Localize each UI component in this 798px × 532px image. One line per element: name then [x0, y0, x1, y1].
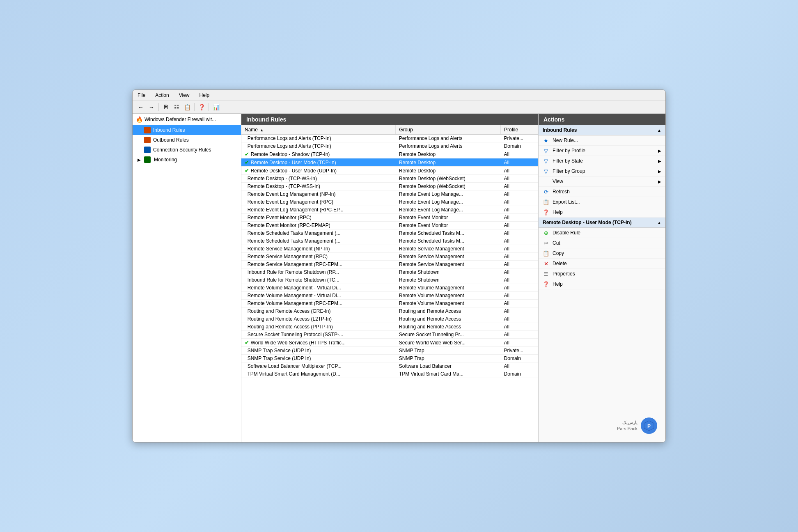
action-item-delete[interactable]: ✕Delete [539, 259, 665, 269]
actions-inbound-section-header[interactable]: Inbound Rules ▲ [539, 125, 665, 135]
help2-icon: ❓ [543, 281, 549, 287]
cell-group: Secure World Wide Web Ser... [396, 339, 501, 347]
table-row[interactable]: Remote Service Management (NP-In)Remote … [241, 245, 538, 253]
action-item-disable-rule[interactable]: ⊕Disable Rule [539, 228, 665, 238]
toolbar-list[interactable]: ☷ [172, 102, 181, 112]
rules-table-container[interactable]: Name ▲ Group Profile Performan [241, 125, 538, 442]
toolbar-help[interactable]: ❓ [197, 102, 206, 112]
col-name[interactable]: Name ▲ [241, 125, 396, 135]
cell-group: Remote Volume Management [396, 292, 501, 300]
monitoring-icon [144, 156, 151, 163]
menu-action[interactable]: Action [154, 92, 170, 99]
action-item-view[interactable]: View▶ [539, 177, 665, 187]
table-row[interactable]: Remote Event Log Management (NP-In)Remot… [241, 190, 538, 198]
cell-name: Routing and Remote Access (L2TP-In) [241, 315, 396, 323]
menu-file[interactable]: File [136, 92, 147, 99]
svg-text:P: P [647, 423, 651, 429]
toolbar-clipboard[interactable]: 📋 [182, 102, 192, 112]
cell-group: Remote Event Log Manage... [396, 190, 501, 198]
action-item-export-list[interactable]: 📋Export List... [539, 197, 665, 207]
action-item-copy[interactable]: 📋Copy [539, 248, 665, 259]
action-item-help2[interactable]: ❓Help [539, 279, 665, 289]
cell-name: Remote Event Log Management (RPC-EP... [241, 206, 396, 214]
action-item-help[interactable]: ❓Help [539, 207, 665, 218]
table-row[interactable]: Performance Logs and Alerts (TCP-In)Perf… [241, 142, 538, 150]
cell-profile: All [501, 206, 538, 214]
cell-profile: Private... [501, 135, 538, 142]
action-item-filter-by-group[interactable]: ▽Filter by Group▶ [539, 166, 665, 177]
help-icon: ❓ [543, 209, 549, 216]
table-row[interactable]: ✔ Remote Desktop - User Mode (UDP-In)Rem… [241, 167, 538, 175]
menu-view[interactable]: View [177, 92, 191, 99]
table-row[interactable]: ✔ Remote Desktop - Shadow (TCP-In)Remote… [241, 150, 538, 158]
actions-inbound-arrow: ▲ [657, 128, 661, 133]
filter-by-state-label: Filter by State [553, 158, 583, 164]
table-row[interactable]: Inbound Rule for Remote Shutdown (RP...R… [241, 268, 538, 276]
cell-profile: All [501, 150, 538, 158]
menu-help[interactable]: Help [198, 92, 211, 99]
table-row[interactable]: SNMP Trap Service (UDP In)SNMP TrapPriva… [241, 347, 538, 355]
col-group[interactable]: Group [396, 125, 501, 135]
action-item-refresh[interactable]: ⟳Refresh [539, 187, 665, 197]
sidebar-item-connection-security[interactable]: Connection Security Rules [133, 145, 241, 155]
outbound-rules-icon [144, 137, 151, 143]
table-row[interactable]: Remote Event Monitor (RPC)Remote Event M… [241, 214, 538, 222]
table-row[interactable]: Secure Socket Tunneling Protocol (SSTP-.… [241, 331, 538, 339]
table-row[interactable]: Inbound Rule for Remote Shutdown (TC...R… [241, 276, 538, 284]
cell-profile: All [501, 229, 538, 237]
action-item-properties[interactable]: ☰Properties [539, 269, 665, 279]
toolbar-sep2 [194, 103, 195, 111]
table-row[interactable]: SNMP Trap Service (UDP In)SNMP TrapDomai… [241, 355, 538, 362]
view-icon [543, 178, 549, 185]
sidebar-item-inbound-rules[interactable]: Inbound Rules [133, 125, 241, 135]
toolbar-chart[interactable]: 📊 [211, 102, 221, 112]
action-item-cut[interactable]: ✂Cut [539, 238, 665, 248]
action-item-filter-by-state[interactable]: ▽Filter by State▶ [539, 156, 665, 166]
actions-selected-section-header[interactable]: Remote Desktop - User Mode (TCP-In) ▲ [539, 218, 665, 228]
table-row[interactable]: Remote Event Log Management (RPC-EP...Re… [241, 206, 538, 214]
table-row[interactable]: Routing and Remote Access (PPTP-In)Routi… [241, 323, 538, 331]
cell-profile: All [501, 253, 538, 261]
table-row[interactable]: Remote Volume Management - Virtual Di...… [241, 284, 538, 292]
table-row[interactable]: Remote Scheduled Tasks Management (...Re… [241, 237, 538, 245]
table-row[interactable]: Remote Desktop - (TCP-WSS-In)Remote Desk… [241, 183, 538, 190]
filter-by-group-arrow: ▶ [658, 169, 661, 174]
export-list-label: Export List... [553, 199, 580, 205]
col-profile[interactable]: Profile [501, 125, 538, 135]
table-row[interactable]: Remote Volume Management (RPC-EPM...Remo… [241, 300, 538, 307]
action-item-new-rule[interactable]: ★New Rule... [539, 135, 665, 146]
actions-header: Actions [539, 114, 665, 125]
cell-name: Remote Scheduled Tasks Management (... [241, 237, 396, 245]
sidebar-connection-label: Connection Security Rules [153, 147, 211, 153]
help-label: Help [553, 209, 563, 215]
sidebar-root[interactable]: 🔥 Windows Defender Firewall wit... [133, 114, 241, 125]
table-row[interactable]: TPM Virtual Smart Card Management (D...T… [241, 370, 538, 378]
table-row[interactable]: Performance Logs and Alerts (TCP-In)Perf… [241, 135, 538, 142]
table-row[interactable]: Remote Event Monitor (RPC-EPMAP)Remote E… [241, 222, 538, 229]
cut-label: Cut [553, 240, 560, 246]
cell-profile: All [501, 331, 538, 339]
sidebar-inbound-label: Inbound Rules [153, 127, 185, 133]
properties-icon: ☰ [543, 271, 549, 277]
table-row[interactable]: Remote Scheduled Tasks Management (...Re… [241, 229, 538, 237]
toolbar-forward[interactable]: → [147, 102, 156, 112]
toolbar-doc[interactable]: 🖹 [161, 102, 171, 112]
table-row[interactable]: ✔ World Wide Web Services (HTTPS Traffic… [241, 339, 538, 347]
table-row[interactable]: ✔ Remote Desktop - User Mode (TCP-In)Rem… [241, 158, 538, 167]
cell-name: Remote Event Log Management (RPC) [241, 198, 396, 206]
table-row[interactable]: Remote Service Management (RPC-EPM...Rem… [241, 261, 538, 268]
table-row[interactable]: Software Load Balancer Multiplexer (TCP.… [241, 362, 538, 370]
cell-name: ✔ Remote Desktop - User Mode (TCP-In) [241, 158, 396, 167]
table-row[interactable]: Remote Desktop - (TCP-WS-In)Remote Deskt… [241, 175, 538, 183]
toolbar-back[interactable]: ← [136, 102, 146, 112]
table-row[interactable]: Remote Service Management (RPC)Remote Se… [241, 253, 538, 261]
actions-inbound-section-label: Inbound Rules [543, 127, 577, 133]
sidebar-item-monitoring[interactable]: ▶ Monitoring [133, 155, 241, 165]
action-item-filter-by-profile[interactable]: ▽Filter by Profile▶ [539, 146, 665, 156]
sidebar-item-outbound-rules[interactable]: Outbound Rules [133, 135, 241, 145]
table-row[interactable]: Routing and Remote Access (GRE-In)Routin… [241, 307, 538, 315]
table-row[interactable]: Routing and Remote Access (L2TP-In)Routi… [241, 315, 538, 323]
connection-security-icon [144, 147, 151, 153]
table-row[interactable]: Remote Volume Management - Virtual Di...… [241, 292, 538, 300]
table-row[interactable]: Remote Event Log Management (RPC)Remote … [241, 198, 538, 206]
